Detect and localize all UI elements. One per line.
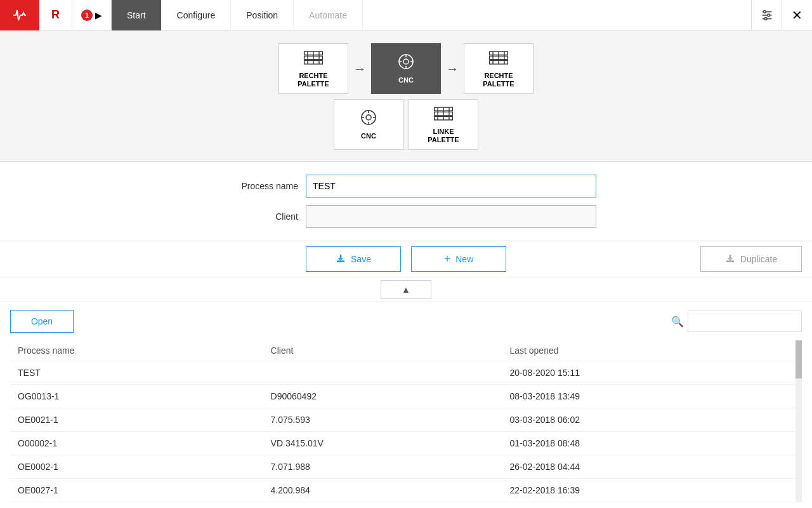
col-client: Client	[263, 340, 502, 361]
search-icon: 🔍	[671, 316, 684, 328]
table-row[interactable]: O00002-1 VD 3415.01V 01-03-2018 08:48	[10, 432, 802, 455]
cell-process-name: OG0013-1	[10, 385, 263, 408]
tab-configure[interactable]: Configure	[162, 0, 232, 30]
palette-icon-1	[302, 49, 325, 69]
cell-client: VD 3415.01V	[263, 432, 502, 455]
collapse-row: ▲	[0, 277, 812, 302]
cell-process-name: OE0002-1	[10, 455, 263, 479]
client-input[interactable]	[306, 205, 596, 228]
cnc-icon-2	[359, 108, 378, 130]
badge-count: 1	[81, 10, 93, 21]
plus-icon: +	[444, 253, 451, 266]
cell-last-opened: 20-08-2020 15:11	[502, 361, 802, 385]
cell-last-opened: 08-03-2018 13:49	[502, 385, 802, 408]
new-button[interactable]: + New	[411, 246, 506, 272]
scrollbar-thumb[interactable]	[796, 340, 802, 378]
close-button[interactable]: ✕	[782, 0, 812, 30]
arrow-2: →	[446, 62, 459, 76]
save-button[interactable]: Save	[306, 246, 401, 272]
search-box: 🔍	[671, 311, 802, 332]
node-label-rechte-2: RECHTEPALETTE	[483, 72, 514, 88]
cell-client: D90060492	[263, 385, 502, 408]
workflow-node-linke-palette[interactable]: LINKEPALETTE	[409, 99, 478, 150]
search-input[interactable]	[688, 311, 802, 332]
col-last-opened: Last opened	[502, 340, 802, 361]
svg-point-3	[763, 10, 766, 13]
table-row[interactable]: OE0002-1 7.071.988 26-02-2018 04:44	[10, 455, 802, 479]
cell-client: 7.071.988	[263, 455, 502, 479]
svg-point-4	[767, 14, 769, 17]
scrollbar-track[interactable]	[796, 340, 802, 502]
notification-badge[interactable]: 1 ▶	[72, 0, 112, 30]
cell-last-opened: 01-03-2018 08:48	[502, 432, 802, 455]
workflow-node-cnc-2[interactable]: CNC	[334, 99, 403, 150]
cell-last-opened: 22-02-2018 16:39	[502, 479, 802, 502]
data-table: Process name Client Last opened TEST 20-…	[10, 340, 802, 502]
process-name-label: Process name	[216, 181, 298, 191]
cell-process-name: O00002-1	[10, 432, 263, 455]
table-row[interactable]: OE0027-1 4.200.984 22-02-2018 16:39	[10, 479, 802, 502]
duplicate-icon	[725, 253, 735, 265]
table-row[interactable]: OE0021-1 7.075.593 03-03-2018 06:02	[10, 408, 802, 432]
workflow-row-1: RECHTEPALETTE → CNC →	[278, 43, 534, 94]
cell-last-opened: 03-03-2018 06:02	[502, 408, 802, 432]
pulse-icon	[0, 0, 39, 30]
chevron-right-icon: ▶	[95, 10, 102, 20]
table-toolbar: Open 🔍	[10, 310, 802, 333]
client-label: Client	[216, 211, 298, 222]
cell-client: 7.075.593	[263, 408, 502, 432]
duplicate-button[interactable]: Duplicate	[700, 246, 802, 272]
cell-client	[263, 361, 502, 385]
buttons-row: Save + New Duplicate	[0, 241, 812, 277]
svg-point-5	[764, 17, 767, 20]
svg-point-25	[366, 115, 371, 120]
brand-icon: R	[39, 0, 72, 30]
workflow-node-rechte-palette-1[interactable]: RECHTEPALETTE	[278, 43, 348, 94]
svg-point-13	[403, 59, 409, 64]
tab-position[interactable]: Position	[231, 0, 294, 30]
col-process-name: Process name	[10, 340, 263, 361]
node-label-cnc-1: CNC	[398, 76, 414, 84]
top-nav: R 1 ▶ Start Configure Position Automate …	[0, 0, 812, 30]
client-row: Client	[216, 205, 596, 228]
cell-process-name: TEST	[10, 361, 263, 385]
node-label-rechte-1: RECHTEPALETTE	[298, 72, 329, 88]
cnc-icon-1	[396, 52, 416, 74]
tab-start[interactable]: Start	[112, 0, 162, 30]
save-icon	[336, 253, 346, 265]
tab-automate: Automate	[294, 0, 363, 30]
cell-last-opened: 26-02-2018 04:44	[502, 455, 802, 479]
workflow-row-2: CNC LINKEPALETTE	[334, 99, 478, 150]
cell-process-name: OE0027-1	[10, 479, 263, 502]
chevron-up-icon: ▲	[402, 284, 410, 295]
settings-button[interactable]	[751, 0, 782, 30]
node-label-linke: LINKEPALETTE	[428, 128, 459, 144]
table-area: Open 🔍 Process name Client Last opened T…	[0, 302, 812, 508]
workflow-node-cnc-1[interactable]: CNC	[371, 43, 441, 94]
open-button[interactable]: Open	[10, 310, 74, 333]
arrow-1: →	[353, 62, 366, 76]
process-name-row: Process name	[216, 175, 596, 197]
collapse-button[interactable]: ▲	[381, 280, 431, 299]
process-name-input[interactable]	[306, 175, 596, 197]
workflow-area: RECHTEPALETTE → CNC →	[0, 30, 812, 162]
palette-icon-2	[487, 49, 510, 69]
workflow-node-rechte-palette-2[interactable]: RECHTEPALETTE	[464, 43, 534, 94]
table-container: Process name Client Last opened TEST 20-…	[10, 340, 802, 502]
form-area: Process name Client	[0, 162, 812, 241]
palette-icon-3	[432, 105, 455, 125]
cell-client: 4.200.984	[263, 479, 502, 502]
table-row[interactable]: OG0013-1 D90060492 08-03-2018 13:49	[10, 385, 802, 408]
node-label-cnc-2: CNC	[361, 132, 376, 140]
table-row[interactable]: TEST 20-08-2020 15:11	[10, 361, 802, 385]
cell-process-name: OE0021-1	[10, 408, 263, 432]
